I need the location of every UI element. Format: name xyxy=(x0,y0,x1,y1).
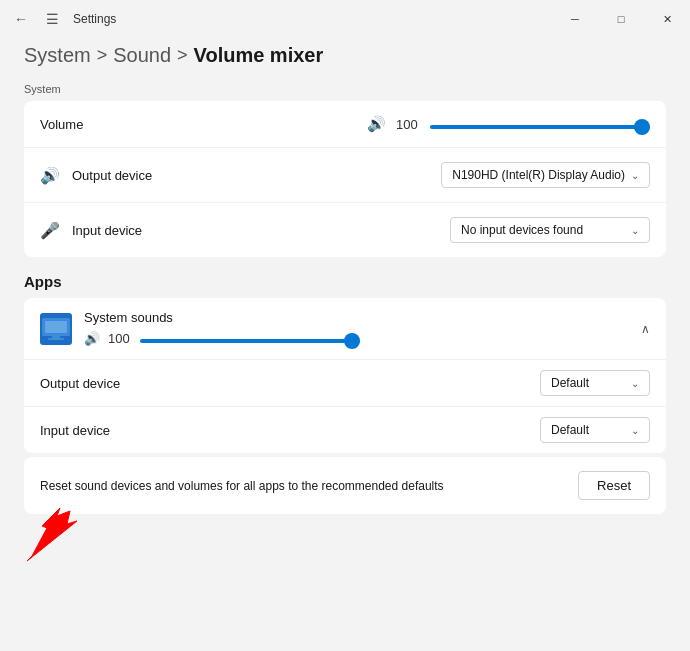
output-device-value: N190HD (Intel(R) Display Audio) xyxy=(452,168,625,182)
app-volume-value: 100 xyxy=(108,331,132,346)
svg-rect-4 xyxy=(52,336,60,338)
reset-text: Reset sound devices and volumes for all … xyxy=(40,479,578,493)
app-slider-container xyxy=(140,329,360,347)
app-input-device-value: Default xyxy=(551,423,589,437)
main-content: System > Sound > Volume mixer System Vol… xyxy=(0,36,690,530)
output-device-icon: 🔊 xyxy=(40,166,60,185)
app-volume-slider[interactable] xyxy=(140,339,360,343)
menu-button[interactable]: ☰ xyxy=(42,7,63,31)
titlebar-controls: ─ □ ✕ xyxy=(552,1,690,37)
svg-rect-7 xyxy=(45,321,67,333)
titlebar-left: ← ☰ Settings xyxy=(10,7,116,31)
breadcrumb-current: Volume mixer xyxy=(194,44,324,67)
breadcrumb-sound[interactable]: Sound xyxy=(113,44,171,67)
app-output-device-label: Output device xyxy=(40,376,530,391)
input-device-icon: 🎤 xyxy=(40,221,60,240)
output-device-row: 🔊 Output device N190HD (Intel(R) Display… xyxy=(24,148,666,203)
app-header: System sounds 🔊 100 ∧ xyxy=(24,298,666,360)
app-volume-icon: 🔊 xyxy=(84,331,100,346)
volume-label: Volume xyxy=(40,117,345,132)
output-device-label: Output device xyxy=(72,168,441,183)
app-output-device-row: Output device Default ⌄ xyxy=(24,360,666,407)
breadcrumb: System > Sound > Volume mixer xyxy=(24,36,666,67)
input-device-dropdown[interactable]: No input devices found ⌄ xyxy=(450,217,650,243)
system-sounds-card: System sounds 🔊 100 ∧ Output device D xyxy=(24,298,666,453)
breadcrumb-system[interactable]: System xyxy=(24,44,91,67)
input-device-row: 🎤 Input device No input devices found ⌄ xyxy=(24,203,666,257)
app-input-device-row: Input device Default ⌄ xyxy=(24,407,666,453)
volume-controls: 🔊 100 xyxy=(345,115,650,133)
volume-row: Volume 🔊 100 xyxy=(24,101,666,148)
breadcrumb-sep2: > xyxy=(177,45,188,66)
reset-button[interactable]: Reset xyxy=(578,471,650,500)
system-section-label: System xyxy=(24,83,666,95)
maximize-button[interactable]: □ xyxy=(598,1,644,37)
app-info: System sounds 🔊 100 xyxy=(84,310,629,347)
reset-bar: Reset sound devices and volumes for all … xyxy=(24,457,666,514)
output-device-dropdown[interactable]: N190HD (Intel(R) Display Audio) ⌄ xyxy=(441,162,650,188)
breadcrumb-sep1: > xyxy=(97,45,108,66)
app-name: System sounds xyxy=(84,310,629,325)
app-output-device-dropdown[interactable]: Default ⌄ xyxy=(540,370,650,396)
minimize-button[interactable]: ─ xyxy=(552,1,598,37)
app-input-device-label: Input device xyxy=(40,423,530,438)
output-dropdown-arrow: ⌄ xyxy=(631,170,639,181)
apps-section-label: Apps xyxy=(24,273,666,290)
app-output-device-value: Default xyxy=(551,376,589,390)
svg-rect-5 xyxy=(48,338,64,340)
input-dropdown-arrow: ⌄ xyxy=(631,225,639,236)
close-button[interactable]: ✕ xyxy=(644,1,690,37)
volume-slider-container xyxy=(430,115,650,133)
system-sounds-icon xyxy=(40,313,72,345)
volume-icon: 🔊 xyxy=(367,115,386,133)
back-button[interactable]: ← xyxy=(10,7,32,31)
titlebar-title: Settings xyxy=(73,12,116,26)
input-device-label: Input device xyxy=(72,223,450,238)
input-device-value: No input devices found xyxy=(461,223,583,237)
app-output-dropdown-arrow: ⌄ xyxy=(631,378,639,389)
system-card: Volume 🔊 100 🔊 Output device N190HD (Int… xyxy=(24,101,666,257)
app-input-dropdown-arrow: ⌄ xyxy=(631,425,639,436)
volume-value: 100 xyxy=(396,117,420,132)
app-chevron-icon[interactable]: ∧ xyxy=(641,322,650,336)
volume-slider[interactable] xyxy=(430,125,650,129)
app-volume-row: 🔊 100 xyxy=(84,329,629,347)
page-wrapper: System > Sound > Volume mixer System Vol… xyxy=(0,36,690,651)
titlebar: ← ☰ Settings ─ □ ✕ xyxy=(0,0,690,36)
app-input-device-dropdown[interactable]: Default ⌄ xyxy=(540,417,650,443)
